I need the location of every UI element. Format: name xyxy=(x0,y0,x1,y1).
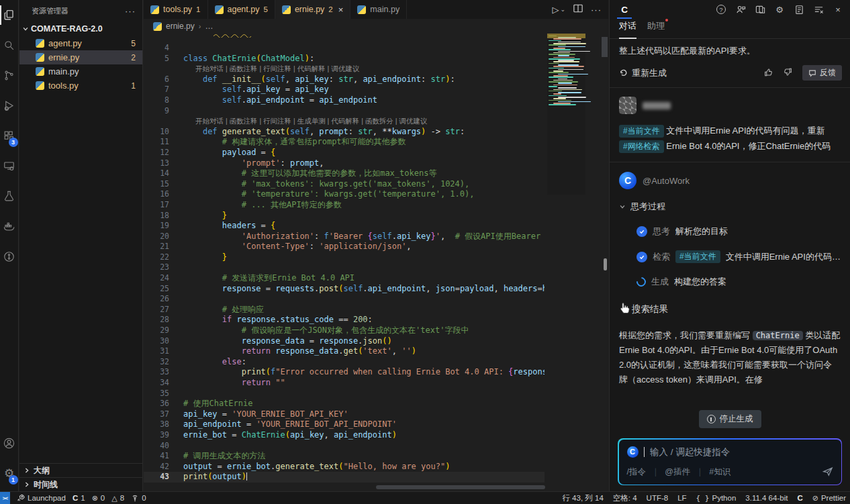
input-hint-2[interactable]: @插件 xyxy=(665,466,690,478)
run-button[interactable]: ▷⌄ xyxy=(552,5,565,15)
panel-tab-对话[interactable]: 对话 xyxy=(619,20,636,34)
status-item-Prettier[interactable]: ⊘ Prettier xyxy=(812,494,846,503)
editor-more-icon[interactable]: ··· xyxy=(591,5,602,15)
code-area[interactable]: 45class ChatErnie(ChatModel):开始对话 | 函数注释… xyxy=(144,34,608,491)
python-file-icon xyxy=(36,53,44,62)
testing-icon[interactable] xyxy=(0,181,19,211)
editor-tab-tools.py[interactable]: tools.py1 xyxy=(144,0,208,19)
timeline-section[interactable]: 时间线 xyxy=(19,477,142,491)
code-line-8: 8 self.api_endpoint = api_endpoint xyxy=(144,95,545,106)
editor-tab-ernie.py[interactable]: ernie.py2× xyxy=(275,0,350,19)
thinking-process-toggle[interactable]: 思考过程 xyxy=(619,201,841,213)
status-item-1[interactable]: C 1 xyxy=(73,494,85,502)
split-editor-icon[interactable] xyxy=(573,4,583,15)
outline-section[interactable]: 大纲 xyxy=(19,463,142,477)
explorer-icon[interactable] xyxy=(0,0,19,30)
ai-answer-text: 根据您的需求，我们需要重新编写 ChatErnie 类以适配Ernie Bot … xyxy=(619,328,841,387)
code-line-40: 40 xyxy=(144,441,545,452)
folder-row[interactable]: COMATE-RAG-2.0 xyxy=(19,21,142,36)
breadcrumb-file[interactable]: ernie.py xyxy=(166,21,195,31)
minimap-line xyxy=(549,72,569,73)
step-label: 检索 xyxy=(653,251,670,263)
file-name: tools.py xyxy=(48,81,79,91)
context-tag[interactable]: #网络检索 xyxy=(619,140,664,153)
code-line-43: 43print(output) xyxy=(144,472,545,483)
status-item-3-11-4-64-bit[interactable]: 3.11.4 64-bit xyxy=(745,494,788,502)
comate-logo-icon[interactable]: C xyxy=(618,3,630,15)
source-control-icon[interactable] xyxy=(0,60,19,91)
status-left: LaunchpadC 1⊗ 0△ 8 0 xyxy=(10,494,146,503)
python-file-icon xyxy=(215,5,224,14)
status-item-0[interactable]: 0 xyxy=(131,494,146,502)
search-results-toggle[interactable]: 搜索结果 xyxy=(619,302,841,317)
minimap-line xyxy=(549,44,566,46)
search-icon[interactable] xyxy=(0,30,19,60)
notes-icon[interactable] xyxy=(794,4,804,15)
extensions-icon[interactable]: 3 xyxy=(0,121,19,151)
editor-tab-main.py[interactable]: main.py xyxy=(350,0,407,19)
docker-icon[interactable] xyxy=(0,211,19,242)
editor-scrollbar[interactable] xyxy=(602,37,608,57)
editor-hscrollbar[interactable] xyxy=(376,485,545,489)
invite-icon[interactable] xyxy=(735,4,746,15)
regenerate-button[interactable]: 重新生成 xyxy=(619,67,667,79)
input-hint-1[interactable]: /指令 xyxy=(627,466,646,478)
status-item-0[interactable]: ⊗ 0 xyxy=(92,494,105,503)
status-item-Launchpad[interactable]: Launchpad xyxy=(17,494,66,502)
context-tag[interactable]: #当前文件 xyxy=(619,125,664,138)
hint-separator: ｜ xyxy=(651,466,659,478)
codelens-row[interactable]: 开始对话 | 函数注释 | 行间注释 | 生成单测 | 代码解释 | 函数拆分 … xyxy=(144,116,545,127)
panel-tab-助理[interactable]: 助理 xyxy=(647,20,665,34)
sidebar-more-icon[interactable]: ··· xyxy=(125,6,136,16)
file-item-agent.py[interactable]: agent.py5 xyxy=(19,36,142,50)
editor-tab-agent.py[interactable]: agent.py5 xyxy=(208,0,275,19)
ai-response-block: C @AutoWork 思考过程 思考解析您的目标检索#当前文件文件中调用Ern… xyxy=(610,162,850,387)
chat-input[interactable] xyxy=(650,447,833,457)
stop-generating-button[interactable]: 停止生成 xyxy=(699,410,761,428)
settings-icon[interactable]: ⚙ xyxy=(774,4,785,15)
clear-history-icon[interactable] xyxy=(813,4,824,15)
code-line-4: 4 xyxy=(144,43,545,54)
code-line-29: 29 # 假设响应是一个JSON对象，包含生成的文本在'text'字段中 xyxy=(144,325,545,336)
file-item-main.py[interactable]: main.py xyxy=(19,64,142,79)
status-item-comate[interactable]: C xyxy=(797,494,802,502)
code-line-32: 32 else: xyxy=(144,357,545,368)
remote-explorer-icon[interactable] xyxy=(0,151,19,181)
context-tag[interactable]: #当前文件 xyxy=(675,250,720,263)
remote-indicator[interactable]: >< xyxy=(0,492,10,504)
status-item-空格-4[interactable]: 空格: 4 xyxy=(613,493,637,503)
code-line-13: 13 'prompt': prompt, xyxy=(144,158,545,169)
file-item-ernie.py[interactable]: ernie.py2 xyxy=(19,50,142,64)
breadcrumb-symbol[interactable]: … xyxy=(205,21,213,31)
tab-bar: tools.py1agent.py5ernie.py2×main.py ▷⌄ ·… xyxy=(144,0,608,19)
inline-code-chip: ChatErnie xyxy=(753,331,803,340)
help-icon[interactable]: ? xyxy=(716,4,726,15)
file-item-tools.py[interactable]: tools.py1 xyxy=(19,79,142,93)
breadcrumb[interactable]: ernie.py › … xyxy=(144,19,608,34)
panel-splitter-handle[interactable] xyxy=(604,258,607,270)
send-icon[interactable] xyxy=(822,466,833,478)
account-icon[interactable] xyxy=(0,428,19,458)
notification-dot xyxy=(665,19,668,21)
input-hint-3[interactable]: #知识 xyxy=(709,466,730,478)
feedback-button[interactable]: 反馈 xyxy=(802,65,842,81)
status-item-Python[interactable]: { } Python xyxy=(696,494,737,503)
step-description: 构建您的答案 xyxy=(674,276,726,288)
status-item-LF[interactable]: LF xyxy=(677,494,686,502)
minimap-line xyxy=(553,38,581,40)
codelens-row[interactable]: 开始对话 | 函数注释 | 行间注释 | 代码解释 | 调优建议 xyxy=(144,64,545,74)
status-right: 行 43, 列 14空格: 4UTF-8LF{ } Python3.11.4 6… xyxy=(553,493,850,503)
run-debug-icon[interactable] xyxy=(0,91,19,121)
layout-icon[interactable] xyxy=(755,4,765,15)
minimap[interactable] xyxy=(547,34,585,195)
tab-label: tools.py xyxy=(163,5,192,14)
status-item-UTF-8[interactable]: UTF-8 xyxy=(647,494,669,502)
status-item-8[interactable]: △ 8 xyxy=(111,494,124,503)
settings-gear-icon[interactable]: ⚙ 1 xyxy=(0,458,19,489)
status-item-行-43-列-14[interactable]: 行 43, 列 14 xyxy=(562,493,603,503)
thumbs-down-icon[interactable] xyxy=(783,67,793,79)
tab-close-icon[interactable]: × xyxy=(338,5,344,15)
pipeline-icon[interactable] xyxy=(0,242,19,272)
thumbs-up-icon[interactable] xyxy=(763,67,773,79)
close-panel-icon[interactable]: × xyxy=(833,4,843,15)
